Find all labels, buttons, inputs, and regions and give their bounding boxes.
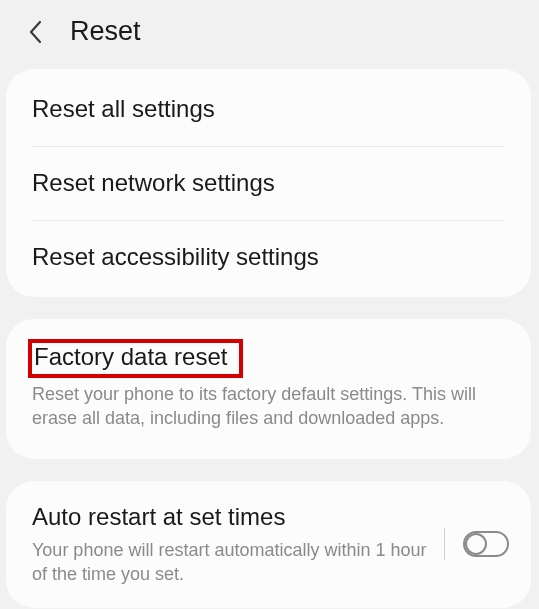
row-description: Reset your phone to its factory default … bbox=[32, 382, 505, 431]
reset-network-settings-row[interactable]: Reset network settings bbox=[6, 147, 531, 220]
row-label: Reset all settings bbox=[32, 95, 505, 124]
auto-restart-card: Auto restart at set times Your phone wil… bbox=[6, 481, 531, 608]
row-label: Auto restart at set times bbox=[32, 503, 436, 532]
header: Reset bbox=[0, 0, 539, 65]
row-label: Reset network settings bbox=[32, 169, 505, 198]
auto-restart-toggle[interactable] bbox=[463, 531, 509, 557]
back-icon[interactable] bbox=[26, 18, 44, 46]
row-label: Reset accessibility settings bbox=[32, 243, 505, 272]
highlight-annotation: Factory data reset bbox=[28, 339, 243, 378]
reset-options-card: Reset all settings Reset network setting… bbox=[6, 69, 531, 297]
factory-reset-card: Factory data reset Reset your phone to i… bbox=[6, 319, 531, 458]
page-title: Reset bbox=[70, 16, 141, 47]
row-description: Your phone will restart automatically wi… bbox=[32, 538, 436, 587]
factory-data-reset-row[interactable]: Factory data reset Reset your phone to i… bbox=[6, 323, 531, 454]
row-label: Factory data reset bbox=[34, 343, 227, 372]
toggle-group bbox=[444, 528, 509, 560]
toggle-knob bbox=[465, 533, 487, 555]
auto-restart-row[interactable]: Auto restart at set times Your phone wil… bbox=[6, 485, 531, 604]
reset-all-settings-row[interactable]: Reset all settings bbox=[6, 73, 531, 146]
reset-accessibility-settings-row[interactable]: Reset accessibility settings bbox=[6, 221, 531, 294]
vertical-divider bbox=[444, 528, 445, 560]
